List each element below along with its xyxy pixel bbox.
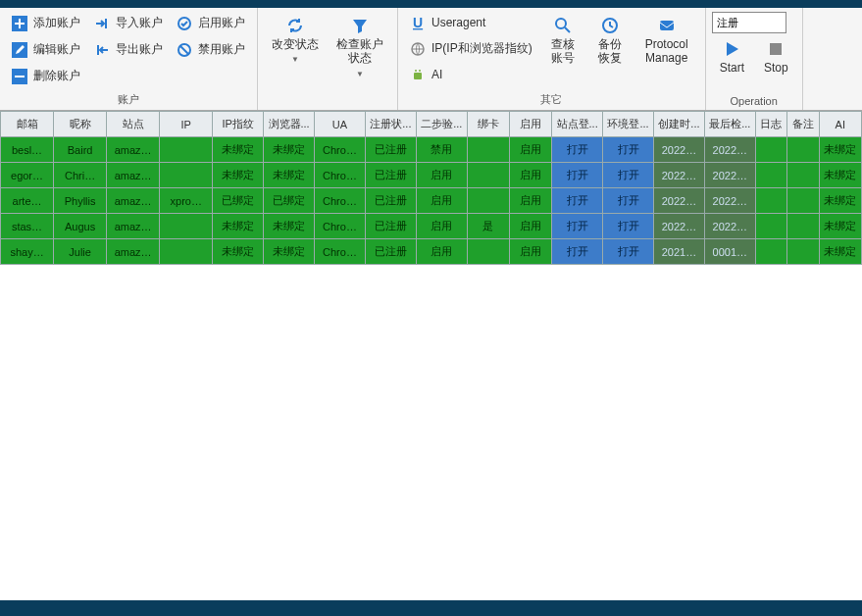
svg-point-10 — [556, 19, 566, 28]
col-header[interactable]: 昵称 — [54, 112, 107, 137]
table-header: 邮箱昵称站点IPIP指纹浏览器...UA注册状...二步验...绑卡启用站点登.… — [1, 112, 862, 137]
col-header[interactable]: 站点登... — [552, 112, 603, 137]
start-button[interactable]: Start — [712, 35, 752, 78]
edit-account-button[interactable]: 编辑账户 — [6, 38, 86, 61]
label: Start — [720, 61, 744, 75]
cell-created: 2022… — [653, 137, 704, 163]
cell-envLogin: 打开 — [603, 137, 654, 163]
cell-nick: Julie — [54, 239, 107, 265]
label: AI — [431, 68, 442, 81]
refresh-icon — [285, 16, 305, 35]
svg-point-9 — [419, 70, 421, 72]
label: 导出账户 — [116, 41, 163, 58]
operation-combo[interactable] — [712, 12, 786, 33]
col-header[interactable]: 邮箱 — [1, 112, 54, 137]
cell-browser: 未绑定 — [264, 163, 315, 188]
label: 导入账户 — [116, 15, 163, 31]
check-state-button[interactable]: 检查账户状态▼ — [329, 12, 391, 90]
check-circle-icon — [177, 16, 192, 31]
cell-siteLogin: 打开 — [552, 188, 603, 214]
protocol-manage-button[interactable]: Protocol Manage — [634, 12, 699, 87]
cell-envLogin: 打开 — [603, 214, 654, 239]
cell-email: arte… — [1, 188, 54, 214]
cell-enable: 启用 — [509, 214, 551, 239]
cell-nick: Chri… — [54, 163, 107, 188]
cell-created: 2022… — [653, 214, 704, 239]
cell-reg: 已注册 — [365, 214, 416, 239]
cell-card: 是 — [467, 214, 509, 239]
col-header[interactable]: 浏览器... — [264, 112, 315, 137]
enable-account-button[interactable]: 启用账户 — [171, 12, 251, 34]
label: 改变状态 — [272, 37, 319, 51]
useragent-button[interactable]: UUseragent — [404, 12, 538, 33]
col-header[interactable]: 注册状... — [365, 112, 416, 137]
ip-fingerprint-button[interactable]: IP(IP和浏览器指纹) — [404, 37, 538, 60]
cell-note — [787, 239, 819, 265]
col-header[interactable]: 启用 — [509, 112, 551, 137]
table-row[interactable]: stas…Augusamaz…未绑定未绑定Chro…已注册启用是启用打开打开20… — [1, 214, 862, 239]
accounts-table: 邮箱昵称站点IPIP指纹浏览器...UA注册状...二步验...绑卡启用站点登.… — [0, 111, 862, 265]
cell-note — [787, 214, 819, 239]
disable-account-button[interactable]: 禁用账户 — [171, 38, 251, 61]
col-header[interactable]: 创建时... — [653, 112, 704, 137]
cell-email: shay… — [1, 239, 54, 265]
svg-rect-12 — [660, 21, 674, 30]
label: 检查账户状态 — [336, 37, 383, 66]
cell-ua: Chro… — [315, 239, 366, 265]
cell-lastcheck: 2022… — [704, 188, 755, 214]
globe-icon — [410, 41, 426, 57]
cell-twostep: 启用 — [416, 163, 467, 188]
label: Useragent — [431, 16, 485, 29]
cell-nick: Phyllis — [54, 188, 107, 214]
ban-icon — [177, 42, 192, 58]
col-header[interactable]: UA — [315, 112, 366, 137]
cell-enable: 启用 — [509, 163, 551, 188]
export-icon — [94, 42, 110, 58]
group-label-other: 其它 — [398, 91, 705, 110]
table-row[interactable]: besl…Bairdamaz…未绑定未绑定Chro…已注册禁用启用打开打开202… — [1, 137, 862, 163]
cell-reg: 已注册 — [365, 239, 416, 265]
export-account-button[interactable]: 导出账户 — [88, 38, 169, 61]
col-header[interactable]: 站点 — [107, 112, 160, 137]
col-header[interactable]: IP — [160, 112, 213, 137]
col-header[interactable]: 二步验... — [416, 112, 467, 137]
cell-siteLogin: 打开 — [552, 239, 603, 265]
col-header[interactable]: 绑卡 — [467, 112, 509, 137]
group-label-operation: Operation — [706, 94, 802, 110]
import-account-button[interactable]: 导入账户 — [88, 12, 169, 34]
cell-site: amaz… — [107, 163, 160, 188]
play-icon — [722, 39, 741, 59]
cell-card — [467, 188, 509, 214]
add-account-button[interactable]: 添加账户 — [6, 12, 86, 34]
cell-twostep: 启用 — [416, 239, 467, 265]
col-header[interactable]: AI — [819, 112, 861, 137]
cell-ai: 未绑定 — [819, 163, 861, 188]
table-row[interactable]: shay…Julieamaz…未绑定未绑定Chro…已注册启用启用打开打开202… — [1, 239, 862, 265]
group-other: UUseragent IP(IP和浏览器指纹) AI 查核账号 备份恢复 Pro… — [398, 8, 706, 110]
col-header[interactable]: 日志 — [755, 112, 786, 137]
review-account-button[interactable]: 查核账号 — [540, 12, 585, 87]
filter-icon — [350, 16, 370, 35]
cell-ipfp: 未绑定 — [213, 214, 264, 239]
ribbon: 添加账户 编辑账户 删除账户 导入账户 导出账户 启用账户 禁用账户 账户 改变… — [0, 8, 862, 111]
backup-button[interactable]: 备份恢复 — [587, 12, 633, 87]
cell-nick: Baird — [54, 137, 107, 163]
label: 禁用账户 — [198, 41, 245, 58]
stop-button[interactable]: Stop — [756, 35, 796, 78]
cell-enable: 启用 — [509, 188, 551, 214]
col-header[interactable]: 最后检... — [704, 112, 755, 137]
change-state-button[interactable]: 改变状态▼ — [264, 12, 327, 90]
cell-envLogin: 打开 — [603, 188, 654, 214]
col-header[interactable]: IP指纹 — [213, 112, 264, 137]
table-row[interactable]: arte…Phyllisamaz…xpro…已绑定已绑定Chro…已注册启用启用… — [1, 188, 862, 214]
delete-account-button[interactable]: 删除账户 — [6, 65, 86, 87]
col-header[interactable]: 备注 — [787, 112, 819, 137]
col-header[interactable]: 环境登... — [603, 112, 654, 137]
ai-button[interactable]: AI — [404, 64, 538, 85]
cell-ipfp: 已绑定 — [213, 188, 264, 214]
cell-twostep: 启用 — [416, 214, 467, 239]
cell-log — [755, 163, 786, 188]
status-bar — [0, 600, 862, 616]
table-row[interactable]: egor…Chri…amaz…未绑定未绑定Chro…已注册启用启用打开打开202… — [1, 163, 862, 188]
accounts-table-wrap[interactable]: 邮箱昵称站点IPIP指纹浏览器...UA注册状...二步验...绑卡启用站点登.… — [0, 111, 862, 600]
